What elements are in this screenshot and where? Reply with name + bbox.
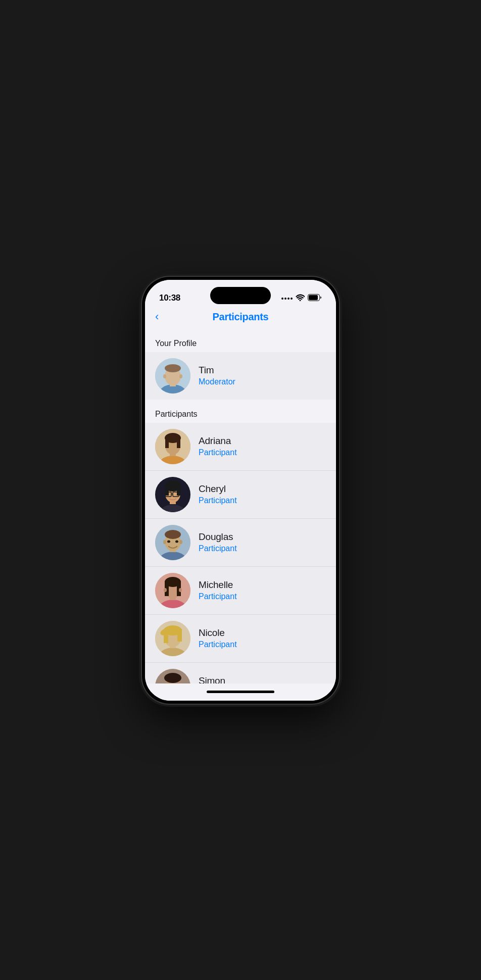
your-profile-header: Your Profile (145, 329, 336, 352)
svg-rect-22 (165, 485, 169, 496)
phone-frame: 10:38 (142, 277, 339, 704)
participant-role-nicole: Participant (199, 640, 237, 649)
participant-name-tim: Tim (199, 365, 235, 376)
avatar-cheryl (155, 477, 190, 512)
wifi-icon (296, 294, 305, 303)
battery-icon (308, 294, 322, 303)
participant-name-michelle: Michelle (199, 579, 237, 591)
svg-rect-53 (177, 629, 182, 642)
avatar-adriana (155, 429, 190, 464)
participants-header: Participants (145, 400, 336, 423)
svg-point-35 (179, 540, 182, 544)
participant-role-adriana: Participant (199, 448, 237, 457)
participant-item-douglas[interactable]: Douglas Participant (145, 519, 336, 567)
participant-name-adriana: Adriana (199, 435, 237, 447)
status-icons (281, 294, 322, 303)
avatar-douglas (155, 525, 190, 560)
dynamic-island (210, 287, 271, 304)
your-profile-list: Tim Moderator (145, 352, 336, 400)
avatar-michelle (155, 573, 190, 608)
participant-name-nicole: Nicole (199, 627, 237, 639)
svg-point-46 (179, 588, 182, 592)
your-profile-section: Your Profile (145, 329, 336, 400)
participant-item-tim[interactable]: Tim Moderator (145, 352, 336, 400)
participant-role-douglas: Participant (199, 544, 237, 553)
svg-rect-15 (165, 437, 169, 448)
participant-item-cheryl[interactable]: Cheryl Participant (145, 471, 336, 519)
svg-point-45 (164, 588, 167, 592)
participant-info-simon: Simon Participant (199, 675, 237, 683)
participant-role-cheryl: Participant (199, 496, 237, 505)
participant-item-nicole[interactable]: Nicole Participant (145, 615, 336, 663)
participant-item-simon[interactable]: Simon Participant (145, 663, 336, 683)
participant-item-adriana[interactable]: Adriana Participant (145, 423, 336, 471)
participant-role-tim: Moderator (199, 377, 235, 386)
participant-name-cheryl: Cheryl (199, 483, 237, 495)
phone-screen: 10:38 (145, 280, 336, 701)
svg-rect-1 (309, 295, 318, 300)
svg-point-37 (175, 540, 178, 543)
svg-point-59 (164, 673, 181, 683)
page-title: Participants (213, 311, 269, 323)
signal-dots-icon (281, 298, 293, 300)
svg-point-6 (165, 364, 181, 372)
avatar-simon (155, 669, 190, 683)
content-area: Your Profile (145, 329, 336, 683)
participant-name-douglas: Douglas (199, 531, 237, 543)
avatar-tim (155, 358, 190, 394)
participant-item-michelle[interactable]: Michelle Participant (145, 567, 336, 615)
svg-point-34 (163, 540, 166, 544)
svg-rect-16 (177, 437, 180, 448)
back-chevron-icon: ‹ (155, 311, 159, 322)
back-button[interactable]: ‹ (155, 312, 159, 322)
participant-info-nicole: Nicole Participant (199, 627, 237, 649)
svg-point-33 (165, 530, 181, 539)
svg-point-8 (179, 374, 182, 378)
home-bar (207, 691, 274, 693)
avatar-nicole (155, 621, 190, 656)
participant-role-michelle: Participant (199, 592, 237, 601)
home-indicator (145, 683, 336, 701)
participant-name-simon: Simon (199, 675, 237, 683)
participant-info-cheryl: Cheryl Participant (199, 483, 237, 505)
participants-section: Participants (145, 400, 336, 683)
participant-info-adriana: Adriana Participant (199, 435, 237, 457)
participant-info-douglas: Douglas Participant (199, 531, 237, 553)
participants-list: Adriana Participant (145, 423, 336, 683)
participant-info-michelle: Michelle Participant (199, 579, 237, 601)
svg-point-7 (163, 374, 166, 378)
participant-info-tim: Tim Moderator (199, 365, 235, 386)
navigation-bar: ‹ Participants (145, 307, 336, 329)
svg-point-36 (167, 540, 170, 543)
status-time: 10:38 (159, 293, 180, 303)
